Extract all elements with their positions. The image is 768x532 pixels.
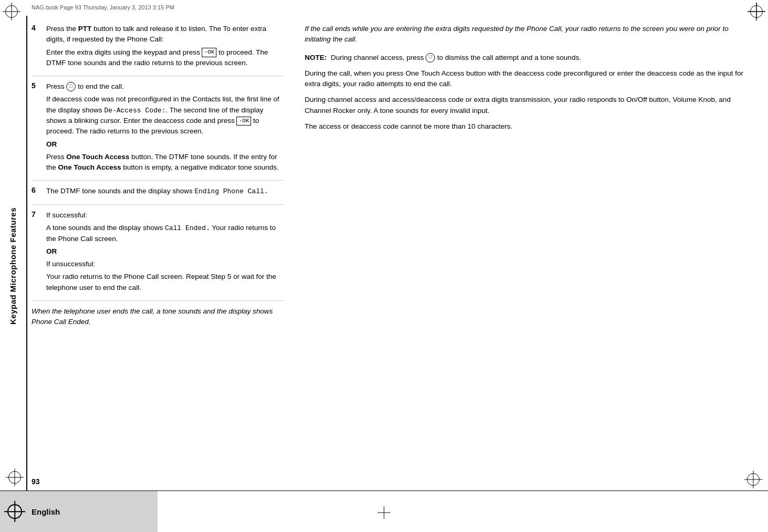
bottom-divider [0,491,768,491]
step-7-number: 7 [32,210,41,295]
step-6: 6 The DTMF tone sounds and the display s… [32,186,284,205]
top-meta-bar: NAG.book Page 93 Thursday, January 3, 20… [32,4,736,11]
file-info: NAG.book Page 93 Thursday, January 3, 20… [32,4,174,11]
left-column: 4 Press the PTT button to talk and relea… [32,18,284,490]
bottom-left-crosshair [8,471,21,484]
top-right-crosshair [750,5,763,18]
note-para-2: During the call, when you press One Touc… [305,68,747,90]
left-border-line [26,16,27,532]
note-para-3: During channel access and access/deacces… [305,95,747,116]
sidebar-label: Keypad Microphone Features [0,0,26,532]
step-7-content: If successful: A tone sounds and the dis… [46,210,284,295]
note-para-4: The access or deaccess code cannot be mo… [305,121,747,132]
note-body-1: NOTE: During channel access, press □ to … [305,53,747,63]
step-4: 4 Press the PTT button to talk and relea… [32,24,284,76]
right-column: If the call ends while you are entering … [305,18,747,490]
step-6-content: The DTMF tone sounds and the display sho… [46,186,284,199]
bottom-center-crosshair [378,506,390,519]
bottom-right-crosshair [747,473,760,486]
page-number: 93 [32,477,40,486]
step-4-number: 4 [32,24,41,70]
step-5-number: 5 [32,81,41,175]
italic-paragraph: When the telephone user ends the call, a… [32,306,284,328]
step-6-number: 6 [32,186,41,199]
english-tab: English [0,491,158,532]
step-4-content: Press the PTT button to talk and release… [46,24,284,70]
english-tab-label: English [32,507,60,516]
english-tab-icon [7,504,22,519]
step-5: 5 Press □ to end the call. If deaccess c… [32,81,284,181]
main-content: 4 Press the PTT button to talk and relea… [32,18,747,490]
step-5-content: Press □ to end the call. If deaccess cod… [46,81,284,175]
right-italic-para: If the call ends while you are entering … [305,24,747,45]
step-7: 7 If successful: A tone sounds and the d… [32,210,284,301]
dismiss-icon: □ [425,53,435,62]
note-section: NOTE: During channel access, press □ to … [305,53,747,132]
